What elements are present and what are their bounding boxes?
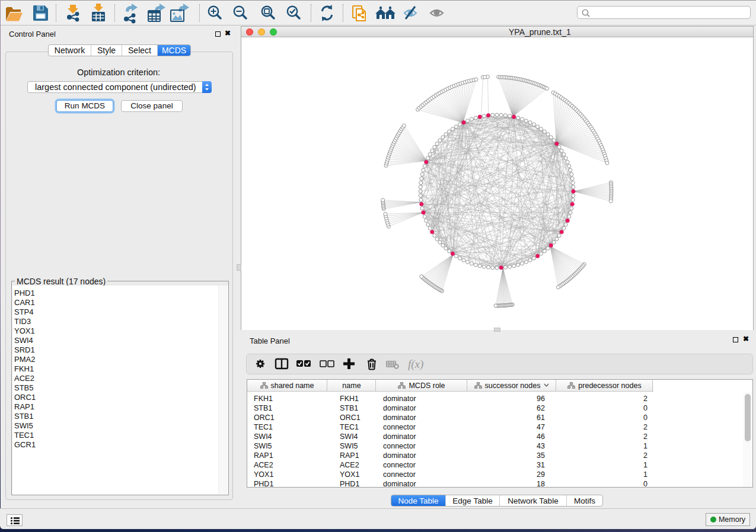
svg-text:f(x): f(x) (408, 358, 423, 371)
